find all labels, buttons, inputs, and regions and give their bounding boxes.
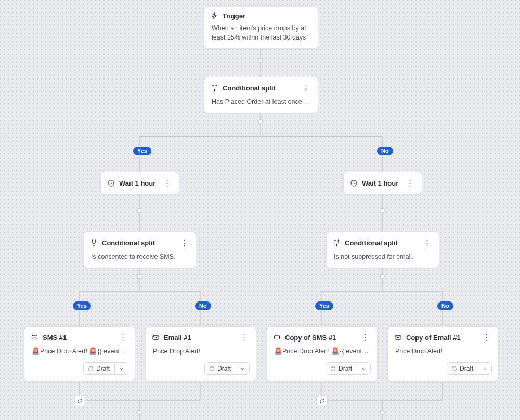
svg-point-3 [258, 120, 263, 124]
card-title: Copy of SMS #1 [285, 334, 355, 342]
more-icon[interactable]: ⋮ [161, 177, 173, 189]
svg-rect-40 [395, 335, 401, 339]
trigger-card[interactable]: Trigger When an item's price drops by at… [204, 7, 318, 49]
svg-point-34 [334, 239, 335, 240]
svg-point-9 [380, 208, 384, 213]
status-label: Draft [460, 365, 473, 372]
card-title: Conditional split [345, 239, 417, 247]
sms-card[interactable]: SMS #1 ⋮ 🚨Price Drop Alert! 🚨{{ event.pr… [24, 326, 135, 382]
card-title: Wait 1 hour [362, 179, 400, 187]
status-label: Draft [339, 365, 352, 372]
email-icon [152, 334, 160, 342]
status-dropdown[interactable]: Draft [326, 362, 371, 375]
card-description: 🚨Price Drop Alert! 🚨{{ event.product_n… [24, 347, 135, 362]
more-icon[interactable]: ⋮ [238, 332, 250, 343]
svg-point-21 [137, 410, 141, 414]
branch-icon [333, 239, 341, 247]
branch-label-no: No [377, 147, 393, 155]
chevron-down-icon [114, 364, 128, 374]
chevron-down-icon [357, 364, 370, 374]
card-title: Wait 1 hour [119, 179, 157, 187]
card-title: Conditional split [102, 239, 174, 247]
chevron-down-icon [478, 364, 491, 374]
branch-label-yes: Yes [315, 301, 333, 310]
clock-icon [107, 179, 115, 187]
more-icon[interactable]: ⋮ [480, 332, 492, 343]
email-icon [394, 334, 402, 342]
svg-point-32 [95, 239, 96, 240]
status-dropdown[interactable]: Draft [447, 362, 492, 375]
svg-point-27 [216, 84, 217, 85]
conditional-split-card[interactable]: Conditional split ⋮ Is not suppressed fo… [326, 232, 439, 268]
status-label: Draft [96, 365, 110, 372]
lightning-icon [211, 12, 218, 20]
branch-label-yes: Yes [73, 301, 91, 310]
svg-rect-38 [153, 335, 159, 339]
sms-icon [273, 334, 281, 342]
status-dropdown[interactable]: Draft [204, 362, 250, 375]
loop-icon[interactable] [317, 396, 328, 406]
wait-card[interactable]: Wait 1 hour ⋮ [343, 172, 422, 194]
more-icon[interactable]: ⋮ [178, 237, 190, 248]
svg-point-31 [92, 239, 93, 240]
conditional-split-card[interactable]: Conditional split ⋮ Is consented to rece… [83, 232, 197, 268]
svg-point-15 [380, 274, 384, 279]
svg-point-28 [214, 90, 215, 91]
email-card[interactable]: Email #1 ⋮ Price Drop Alert! Draft [145, 326, 256, 382]
card-title: Email #1 [164, 334, 234, 342]
status-dot-icon [452, 366, 457, 371]
svg-point-7 [137, 208, 141, 213]
card-description: When an item's price drops by at least 1… [204, 23, 318, 48]
svg-point-26 [212, 84, 213, 85]
card-description: Price Drop Alert! [388, 347, 498, 362]
chevron-down-icon [236, 364, 249, 374]
more-icon[interactable]: ⋮ [404, 177, 415, 189]
status-dot-icon [210, 366, 214, 371]
card-description: 🚨Price Drop Alert! 🚨{{ event.product_n… [267, 347, 377, 362]
svg-point-33 [94, 245, 95, 246]
status-label: Draft [217, 365, 231, 372]
sms-card[interactable]: Copy of SMS #1 ⋮ 🚨Price Drop Alert! 🚨{{ … [266, 326, 378, 382]
loop-icon[interactable] [74, 396, 85, 406]
more-icon[interactable]: ⋮ [421, 237, 433, 248]
wait-card[interactable]: Wait 1 hour ⋮ [100, 172, 179, 194]
status-dot-icon [331, 366, 335, 371]
svg-point-1 [258, 59, 263, 63]
card-description: Has Placed Order at least once over all … [204, 97, 318, 113]
svg-point-36 [336, 245, 337, 246]
card-title: Conditional split [223, 84, 296, 92]
branch-icon [90, 239, 98, 247]
card-description: Is not suppressed for email. [327, 252, 439, 268]
card-title: SMS #1 [43, 334, 113, 342]
email-card[interactable]: Copy of Email #1 ⋮ Price Drop Alert! Dra… [387, 326, 499, 382]
more-icon[interactable]: ⋮ [300, 82, 311, 94]
branch-label-no: No [195, 301, 211, 310]
svg-point-35 [338, 239, 339, 240]
branch-label-no: No [437, 301, 453, 310]
svg-point-25 [380, 410, 384, 414]
status-dropdown[interactable]: Draft [83, 362, 128, 375]
svg-point-11 [137, 274, 141, 279]
card-title: Trigger [223, 12, 311, 20]
branch-icon [211, 84, 218, 92]
status-dot-icon [88, 366, 93, 371]
card-title: Copy of Email #1 [406, 334, 476, 342]
card-description: Price Drop Alert! [146, 347, 256, 362]
sms-icon [31, 334, 38, 342]
conditional-split-card[interactable]: Conditional split ⋮ Has Placed Order at … [204, 77, 318, 113]
more-icon[interactable]: ⋮ [117, 332, 128, 343]
clock-icon [350, 179, 358, 187]
more-icon[interactable]: ⋮ [359, 332, 371, 343]
card-description: Is consented to receive SMS. [84, 252, 196, 268]
branch-label-yes: Yes [133, 147, 151, 155]
